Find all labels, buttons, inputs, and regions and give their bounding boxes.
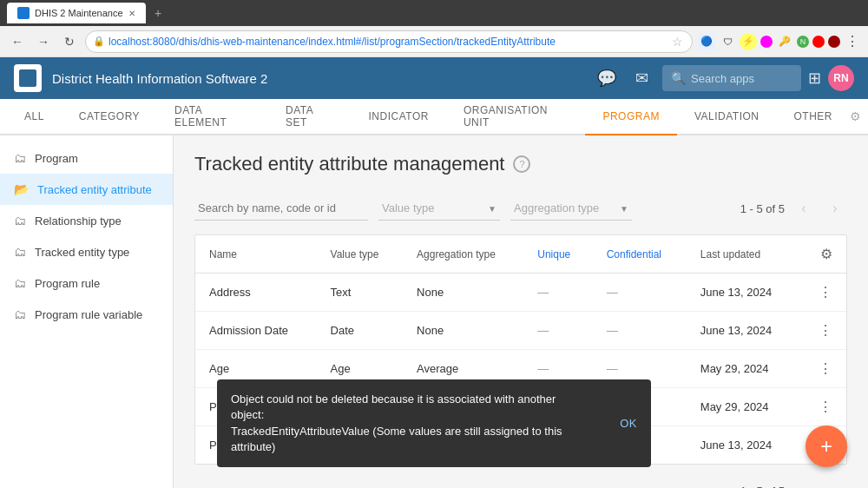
user-avatar[interactable]: RN [828,65,854,91]
value-type-filter-wrapper: Value type ▼ [378,196,500,221]
row-more-button[interactable]: ⋮ [819,285,832,300]
search-placeholder: Search apps [691,72,754,85]
tab-close-icon[interactable]: ✕ [128,9,135,18]
ext-icon-1[interactable]: 🔵 [698,33,715,50]
more-options-button[interactable]: ⋮ [844,33,861,50]
cell-last-updated: June 13, 2024 [687,426,799,465]
cell-actions: ⋮ [799,274,846,312]
row-more-button[interactable]: ⋮ [819,323,832,338]
bookmark-icon[interactable]: ☆ [672,35,683,49]
ext-icon-6[interactable]: N [797,36,809,48]
col-last-updated: Last updated [687,235,799,274]
sidebar-label-tracked-entity-attribute: Tracked entity attribute [37,183,152,196]
sidebar-label-program: Program [35,152,78,165]
apps-grid-icon[interactable]: ⊞ [808,69,821,88]
tab-title: DHIS 2 Maintenance [35,8,123,18]
col-actions: ⚙ [799,235,846,274]
pagination-bottom: 1 - 5 of 5 ‹ › [194,472,847,488]
confidential-dash: — [607,286,618,299]
cell-value-type: Text [317,274,404,312]
browser-extension-icons: 🔵 🛡 ⚡ 🔑 N ⋮ [698,33,861,50]
next-page-button[interactable]: › [823,196,847,221]
sidebar-label-program-rule: Program rule [35,277,100,290]
aggregation-type-filter[interactable]: Aggregation type [510,196,632,221]
add-fab-button[interactable]: + [806,425,847,467]
sidebar-item-tracked-entity-type[interactable]: 🗂 Tracked entity type [0,236,173,267]
column-settings-icon[interactable]: ⚙ [820,247,832,261]
cell-last-updated: June 13, 2024 [687,274,799,312]
next-page-bottom-button[interactable]: › [823,478,847,488]
app-search-box[interactable]: 🔍 Search apps [662,65,801,91]
app-title: District Health Information Software 2 [52,71,582,86]
unique-dash: — [537,286,549,299]
col-aggregation-type: Aggregation type [403,235,523,274]
refresh-button[interactable]: ↻ [59,31,80,52]
email-button[interactable]: ✉ [628,64,655,92]
forward-button[interactable]: → [33,31,54,52]
new-tab-button[interactable]: + [155,6,161,20]
tab-organisation-unit[interactable]: ORGANISATION UNIT [446,99,586,135]
cell-aggregation-type: None [403,312,523,350]
aggregation-type-filter-wrapper: Aggregation type ▼ [510,196,632,221]
folder-icon-2: 🗂 [14,214,26,228]
sidebar-item-program-rule-variable[interactable]: 🗂 Program rule variable [0,299,173,330]
search-icon: 🔍 [671,71,686,85]
ext-icon-5[interactable]: 🔑 [776,33,793,50]
tab-all[interactable]: ALL [7,99,62,135]
folder-icon-3: 🗂 [14,245,26,259]
filters: Value type ▼ Aggregation type ▼ [194,196,632,221]
tab-program[interactable]: PROGRAM [585,99,677,135]
prev-page-button[interactable]: ‹ [792,196,816,221]
col-name: Name [195,235,317,274]
cell-last-updated: May 29, 2024 [687,388,799,426]
tab-validation[interactable]: VALIDATION [677,99,777,135]
table-row: Address Text None — — June 13, 2024 ⋮ [195,274,846,312]
value-type-filter[interactable]: Value type [378,196,500,221]
snackbar-text: Object could not be deleted because it i… [231,392,585,455]
ext-icon-7[interactable] [812,36,825,48]
help-icon[interactable]: ? [513,155,530,173]
cell-confidential: — [593,274,687,312]
prev-page-bottom-button[interactable]: ‹ [792,478,816,488]
ext-icon-8[interactable] [828,36,840,48]
col-unique: Unique [523,235,592,274]
tab-category[interactable]: CATEGORY [62,99,157,135]
back-button[interactable]: ← [7,31,28,52]
cell-last-updated: May 29, 2024 [687,350,799,388]
tab-data-element[interactable]: DATA ELEMENT [157,99,268,135]
address-bar[interactable]: 🔒 localhost:8080/dhis/dhis-web-maintenan… [85,30,693,53]
cell-actions: ⋮ [799,312,846,350]
unique-dash: — [537,362,549,375]
tab-other[interactable]: OTHER [777,99,851,135]
col-value-type: Value type [317,235,404,274]
pagination-label: 1 - 5 of 5 [740,202,785,215]
page-header: Tracked entity attribute management ? [194,153,847,175]
browser-tab[interactable]: DHIS 2 Maintenance ✕ [7,3,146,23]
sidebar-item-program[interactable]: 🗂 Program [0,142,173,174]
app-header: District Health Information Software 2 💬… [0,57,868,99]
nav-settings-icon[interactable]: ⚙ [850,109,861,123]
app-logo-inner [19,69,36,87]
sidebar-item-relationship-type[interactable]: 🗂 Relationship type [0,205,173,236]
page-title: Tracked entity attribute management [194,153,504,175]
sidebar-item-tracked-entity-attribute[interactable]: 📂 Tracked entity attribute [0,174,173,205]
snackbar-ok-button[interactable]: OK [620,417,637,430]
cell-unique: — [523,312,592,350]
messages-button[interactable]: 💬 [593,64,621,92]
folder-icon-5: 🗂 [14,307,26,321]
search-input[interactable] [194,196,368,221]
tab-data-set[interactable]: DATA SET [268,99,351,135]
ext-icon-4[interactable] [760,36,773,48]
browser-nav: ← → ↻ 🔒 localhost:8080/dhis/dhis-web-mai… [0,26,868,57]
ext-icon-3[interactable]: ⚡ [740,33,757,50]
cell-name: Admission Date [195,312,317,350]
sidebar-label-program-rule-variable: Program rule variable [35,308,142,321]
row-more-button[interactable]: ⋮ [819,361,832,376]
ext-icon-2[interactable]: 🛡 [719,33,736,50]
nav-tabs: ALL CATEGORY DATA ELEMENT DATA SET INDIC… [0,99,868,135]
cell-value-type: Date [317,312,404,350]
sidebar-item-program-rule[interactable]: 🗂 Program rule [0,267,173,299]
folder-icon: 🗂 [14,151,26,165]
row-more-button[interactable]: ⋮ [819,399,832,414]
tab-indicator[interactable]: INDICATOR [351,99,445,135]
